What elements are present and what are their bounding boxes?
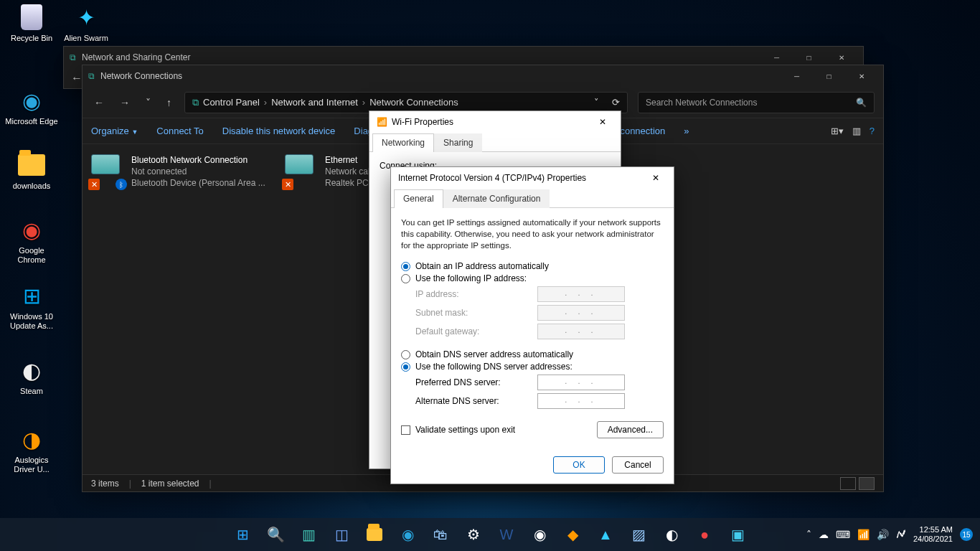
breadcrumb-item[interactable]: Network and Internet	[271, 97, 358, 108]
search-button[interactable]: 🔍	[261, 520, 290, 549]
subnet-label: Subnet mask:	[415, 308, 537, 318]
radio-obtain-ip-auto[interactable]: Obtain an IP address automatically	[401, 261, 664, 271]
label: Alien Swarm	[59, 34, 113, 43]
chrome-button[interactable]: ◉	[525, 520, 554, 549]
close-button[interactable]: ✕	[645, 167, 666, 189]
app-button[interactable]: ▲	[591, 520, 620, 549]
edge-icon: ◉	[17, 86, 46, 115]
tab-networking[interactable]: Networking	[372, 133, 434, 152]
status-count: 3 items	[91, 479, 119, 489]
keyboard-icon[interactable]: ⌨	[836, 529, 850, 540]
battery-icon[interactable]: 🗲	[896, 529, 906, 540]
word-button[interactable]: W	[492, 520, 521, 549]
nav-recent-button[interactable]: ˅	[143, 94, 154, 111]
connection-status: Not connected	[131, 166, 265, 177]
breadcrumb-item[interactable]: Network Connections	[369, 97, 458, 108]
label: Auslogics Driver U...	[4, 456, 59, 474]
search-input[interactable]: Search Network Connections 🔍	[638, 92, 875, 113]
settings-button[interactable]: ⚙	[459, 520, 488, 549]
radio-use-dns[interactable]: Use the following DNS server addresses:	[401, 362, 664, 372]
advanced-button[interactable]: Advanced...	[597, 421, 664, 438]
dialog-ipv4-properties[interactable]: Internet Protocol Version 4 (TCP/IPv4) P…	[390, 166, 674, 484]
view-options-icon[interactable]: ⊞▾	[831, 126, 844, 136]
radio-icon	[401, 362, 410, 372]
ok-button[interactable]: OK	[553, 456, 605, 474]
gateway-input: . . .	[537, 324, 625, 339]
radio-label: Use the following IP address:	[415, 273, 527, 283]
toolbar-more[interactable]: »	[684, 126, 689, 136]
taskbar: ⊞ 🔍 ▥ ◫ ◉ 🛍 ⚙ W ◉ ◆ ▲ ▨ ◐ ● ▣ ˄ ☁ ⌨ 📶 🔊 …	[0, 518, 980, 551]
app-icon: ◑	[17, 425, 46, 453]
clock[interactable]: 12:55 AM 24/08/2021	[913, 525, 953, 544]
start-button[interactable]: ⊞	[228, 520, 257, 549]
desktop-icon-chrome[interactable]: ◉Google Chrome	[4, 215, 59, 265]
widgets-button[interactable]: ◫	[327, 520, 356, 549]
preferred-dns-input[interactable]: . . .	[537, 375, 625, 390]
app-button[interactable]: ●	[690, 520, 719, 549]
desktop-icon-recycle-bin[interactable]: Recycle Bin	[4, 3, 59, 43]
file-explorer-button[interactable]	[360, 520, 389, 549]
checkbox-label: Validate settings upon exit	[415, 425, 515, 435]
refresh-icon[interactable]: ⟳	[612, 97, 620, 108]
date: 24/08/2021	[913, 534, 953, 544]
app-button[interactable]: ▣	[723, 520, 752, 549]
tab-alternate-config[interactable]: Alternate Configuration	[443, 189, 550, 208]
radio-use-ip[interactable]: Use the following IP address:	[401, 273, 664, 283]
nav-up-button[interactable]: ↑	[164, 94, 174, 111]
preview-pane-icon[interactable]: ▥	[852, 126, 861, 136]
alternate-dns-input[interactable]: . . .	[537, 393, 625, 409]
desktop-icon-downloads[interactable]: downloads	[4, 151, 59, 191]
tab-general[interactable]: General	[394, 189, 443, 208]
app-button[interactable]: ▨	[624, 520, 653, 549]
radio-label: Use the following DNS server addresses:	[415, 362, 573, 372]
time: 12:55 AM	[913, 525, 953, 534]
connection-item-bluetooth[interactable]: ✕ ᛒ Bluetooth Network Connection Not con…	[91, 154, 270, 189]
app-button[interactable]: ◐	[657, 520, 686, 549]
chrome-icon: ◉	[17, 215, 46, 244]
minimize-button[interactable]: ─	[781, 65, 813, 87]
chevron-down-icon[interactable]: ˅	[594, 97, 599, 108]
close-button[interactable]: ✕	[845, 65, 877, 87]
nav-back-button[interactable]: ←	[91, 94, 107, 111]
volume-icon[interactable]: 🔊	[877, 529, 889, 540]
store-button[interactable]: 🛍	[426, 520, 455, 549]
edge-button[interactable]: ◉	[393, 520, 422, 549]
desktop-icon-edge[interactable]: ◉Microsoft Edge	[4, 86, 59, 126]
cancel-button[interactable]: Cancel	[612, 456, 664, 474]
help-icon[interactable]: ?	[870, 126, 875, 136]
notification-badge[interactable]: 15	[960, 528, 973, 541]
info-text: You can get IP settings assigned automat…	[401, 217, 664, 251]
window-title: Network and Sharing Center	[82, 52, 190, 62]
dialog-title: Wi-Fi Properties	[392, 117, 453, 127]
checkbox-validate-settings[interactable]: Validate settings upon exit	[401, 425, 515, 435]
ip-address-input: . . .	[537, 286, 625, 302]
app-button[interactable]: ◆	[558, 520, 587, 549]
toolbar-disable[interactable]: Disable this network device	[222, 126, 336, 136]
radio-obtain-dns-auto[interactable]: Obtain DNS server address automatically	[401, 349, 664, 359]
radio-label: Obtain DNS server address automatically	[415, 349, 573, 359]
maximize-button[interactable]: □	[813, 65, 845, 87]
onedrive-icon[interactable]: ☁	[819, 529, 829, 540]
desktop-icon-alien-swarm[interactable]: ✦Alien Swarm	[59, 3, 113, 43]
tab-sharing[interactable]: Sharing	[434, 133, 482, 152]
desktop-icon-win10-update[interactable]: ⊞Windows 10 Update As...	[4, 281, 59, 331]
breadcrumb-item[interactable]: Control Panel	[203, 97, 260, 108]
view-details-button[interactable]	[840, 477, 856, 490]
wifi-icon: 📶	[377, 117, 387, 127]
subnet-input: . . .	[537, 305, 625, 321]
nav-forward-button[interactable]: →	[117, 94, 133, 111]
tray-expand-icon[interactable]: ˄	[806, 529, 811, 540]
task-view-button[interactable]: ▥	[294, 520, 323, 549]
wifi-icon[interactable]: 📶	[857, 529, 870, 540]
toolbar-organize[interactable]: Organize ▼	[91, 126, 138, 136]
breadcrumb[interactable]: ⧉ Control Panel› Network and Internet› N…	[184, 92, 628, 113]
preferred-dns-label: Preferred DNS server:	[415, 377, 537, 387]
close-button[interactable]: ✕	[592, 111, 613, 133]
breadcrumb-icon: ⧉	[192, 97, 199, 108]
desktop-icon-auslogics[interactable]: ◑Auslogics Driver U...	[4, 425, 59, 474]
window-title: Network Connections	[100, 71, 182, 81]
desktop-icon-steam[interactable]: ◐Steam	[4, 356, 59, 396]
gateway-label: Default gateway:	[415, 326, 537, 336]
toolbar-connect-to[interactable]: Connect To	[156, 126, 204, 136]
view-large-button[interactable]	[859, 477, 875, 490]
